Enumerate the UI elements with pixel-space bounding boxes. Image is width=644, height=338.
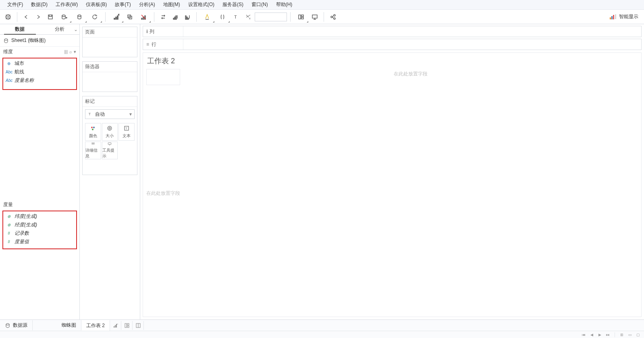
view-slide-icon[interactable]: ▢	[635, 332, 641, 338]
share-icon[interactable]	[327, 11, 339, 23]
svg-point-35	[334, 18, 335, 19]
view-grid-icon[interactable]: ⊞	[619, 332, 625, 338]
svg-rect-56	[114, 326, 114, 328]
detail-shelf[interactable]: 详细信息	[85, 142, 101, 159]
tab-data[interactable]: 数据	[0, 24, 40, 34]
field-label: 度量名称	[15, 77, 34, 84]
color-shelf[interactable]: 颜色	[85, 123, 101, 141]
show-me-icon	[609, 14, 617, 20]
field-longitude[interactable]: ⊕经度(生成)	[3, 221, 76, 229]
field-label: 城市	[15, 60, 24, 67]
dimensions-header: 维度 ||| ⌕ ▾	[0, 47, 79, 57]
filters-card[interactable]: 筛选器	[82, 61, 137, 92]
svg-point-52	[93, 144, 93, 144]
datasource-item[interactable]: Sheet1 (蜘蛛图)	[0, 35, 79, 47]
field-measure-names[interactable]: Abc度量名称	[3, 76, 76, 85]
worksheet-canvas[interactable]: 工作表 2 在此处放置字段 在此处放置字段	[143, 52, 642, 317]
tab-sheet1[interactable]: 蜘蛛图	[57, 320, 81, 330]
view-list-icon[interactable]: |||	[64, 49, 68, 54]
svg-rect-62	[127, 326, 129, 328]
worksheet-title[interactable]: 工作表 2	[143, 53, 641, 69]
svg-point-42	[93, 127, 95, 128]
new-story-tab[interactable]	[133, 321, 144, 330]
datasource-icon	[3, 38, 9, 44]
new-dashboard-tab[interactable]	[121, 321, 133, 330]
pause-autoupdate-icon[interactable]	[72, 11, 87, 23]
menu-server[interactable]: 服务器(S)	[218, 0, 247, 9]
tooltip-shelf[interactable]: 工具提示	[102, 142, 118, 159]
nav-last-icon[interactable]: ⏭	[605, 332, 611, 338]
menu-window[interactable]: 窗口(N)	[247, 0, 272, 9]
field-record-count[interactable]: #记录数	[3, 229, 76, 238]
pages-card[interactable]: 页面	[82, 27, 137, 57]
refresh-icon[interactable]	[87, 11, 102, 23]
logo-icon[interactable]	[2, 11, 14, 23]
sort-desc-icon[interactable]	[182, 11, 193, 23]
svg-rect-31	[301, 17, 303, 19]
svg-rect-22	[175, 17, 175, 19]
group-icon[interactable]	[215, 11, 230, 23]
svg-point-41	[91, 127, 93, 128]
mark-type-dropdown[interactable]: T 自动 ▾	[85, 109, 135, 119]
svg-rect-24	[185, 16, 186, 19]
field-label: 经度(生成)	[15, 221, 37, 228]
new-worksheet-icon[interactable]: +	[109, 11, 123, 23]
menu-worksheet[interactable]: 工作表(W)	[52, 0, 82, 9]
swap-icon[interactable]	[158, 11, 169, 23]
text-shelf[interactable]: T文本	[118, 123, 135, 141]
analytics-icon[interactable]: x	[243, 11, 254, 23]
search-icon[interactable]: ⌕	[69, 49, 72, 54]
fit-dropdown[interactable]	[255, 13, 287, 21]
duplicate-icon[interactable]	[124, 11, 135, 23]
tab-data-source[interactable]: 数据源	[0, 320, 33, 330]
nav-first-icon[interactable]: ⏮	[581, 332, 586, 338]
new-datasource-icon[interactable]	[57, 11, 71, 23]
tab-analytics[interactable]: 分析 ⌄	[40, 24, 80, 34]
field-route[interactable]: Abc航线	[3, 68, 76, 76]
highlight-icon[interactable]	[200, 11, 214, 23]
menu-analysis[interactable]: 分析(A)	[135, 0, 159, 9]
drop-hint-top: 在此处放置字段	[180, 71, 641, 77]
text-label-icon[interactable]: T	[231, 11, 242, 23]
menu-format[interactable]: 设置格式(O)	[184, 0, 218, 9]
menu-story[interactable]: 故事(T)	[111, 0, 135, 9]
menu-map[interactable]: 地图(M)	[159, 0, 184, 9]
filters-title: 筛选器	[83, 62, 137, 72]
columns-shelf[interactable]: iii列	[143, 26, 642, 37]
toolbar-right: 智能显示	[606, 12, 642, 22]
svg-text:T: T	[125, 127, 127, 130]
undo-icon[interactable]	[21, 11, 32, 23]
size-shelf[interactable]: 大小	[102, 123, 118, 141]
clear-icon[interactable]	[136, 11, 151, 23]
save-icon[interactable]	[45, 11, 56, 23]
analytics-gear-icon[interactable]: ⌄	[74, 27, 78, 32]
mark-type-label: 自动	[95, 111, 105, 118]
new-worksheet-tab[interactable]: +	[110, 321, 121, 330]
tab-sheet2[interactable]: 工作表 2	[81, 320, 110, 331]
menu-help[interactable]: 帮助(H)	[272, 0, 297, 9]
status-bar: ⏮ ◀ ▶ ⏭ ⊞ ▭ ▢	[0, 331, 644, 338]
sort-asc-icon[interactable]	[170, 11, 181, 23]
show-cards-icon[interactable]	[294, 11, 308, 23]
presentation-icon[interactable]	[309, 11, 320, 23]
show-me-button[interactable]: 智能显示	[606, 12, 642, 22]
menu-data[interactable]: 数据(D)	[27, 0, 52, 9]
svg-rect-38	[613, 15, 614, 19]
menu-file[interactable]: 文件(F)	[3, 0, 27, 9]
nav-prev-icon[interactable]: ◀	[589, 332, 594, 338]
menubar: 文件(F) 数据(D) 工作表(W) 仪表板(B) 故事(T) 分析(A) 地图…	[0, 0, 644, 10]
redo-icon[interactable]	[33, 11, 44, 23]
dropdown-icon[interactable]: ▾	[74, 49, 76, 54]
view-filmstrip-icon[interactable]: ▭	[627, 332, 633, 338]
rows-shelf[interactable]: ≡行	[143, 39, 642, 50]
svg-rect-37	[611, 16, 613, 19]
field-city[interactable]: ⊕城市	[3, 59, 76, 68]
field-latitude[interactable]: ⊕纬度(生成)	[3, 212, 76, 221]
menu-dashboard[interactable]: 仪表板(B)	[82, 0, 111, 9]
nav-next-icon[interactable]: ▶	[597, 332, 602, 338]
text-icon: T	[88, 112, 93, 117]
header-drop-area[interactable]	[146, 69, 180, 85]
field-measure-values[interactable]: #度量值	[3, 238, 76, 246]
drop-hint-mid: 在此处放置字段	[146, 190, 641, 197]
globe-icon: ⊕	[6, 214, 12, 219]
